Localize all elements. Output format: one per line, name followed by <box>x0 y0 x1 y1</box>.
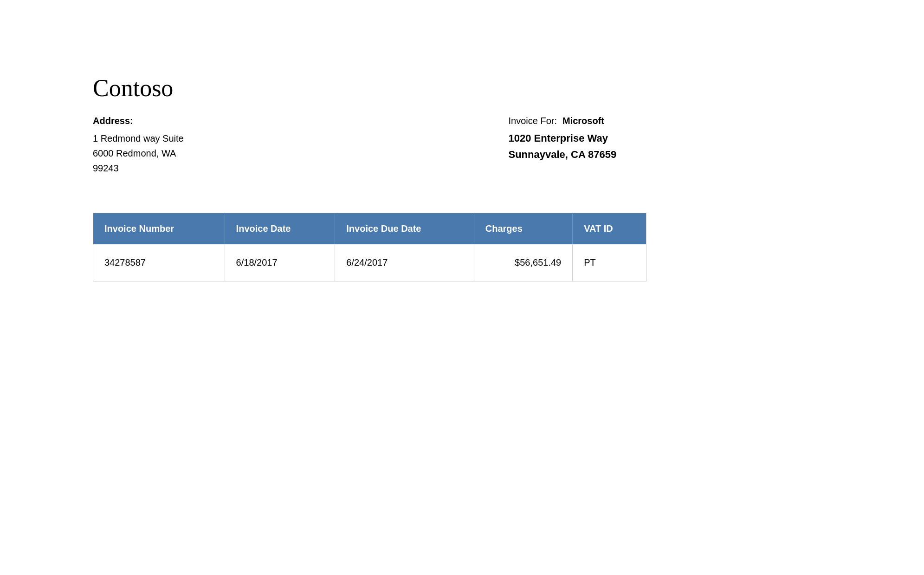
table-section: Invoice Number Invoice Date Invoice Due … <box>93 213 831 281</box>
table-header-row: Invoice Number Invoice Date Invoice Due … <box>93 213 646 245</box>
invoice-for-label: Invoice For: <box>509 116 557 126</box>
sender-address-block: Address: 1 Redmond way Suite 6000 Redmon… <box>93 116 416 176</box>
col-header-vat-id: VAT ID <box>573 213 646 245</box>
page-container: Contoso Address: 1 Redmond way Suite 600… <box>0 0 924 575</box>
invoice-table: Invoice Number Invoice Date Invoice Due … <box>93 213 646 281</box>
cell-invoice-due-date: 6/24/2017 <box>335 244 474 281</box>
col-header-charges: Charges <box>474 213 572 245</box>
col-header-invoice-date: Invoice Date <box>225 213 335 245</box>
sender-address-line3: 99243 <box>93 161 416 176</box>
address-label: Address: <box>93 116 416 126</box>
sender-address-line2: 6000 Redmond, WA <box>93 146 416 161</box>
invoice-for-block: Invoice For: Microsoft 1020 Enterprise W… <box>416 116 832 176</box>
sender-address-line1: 1 Redmond way Suite <box>93 131 416 146</box>
cell-charges: $56,651.49 <box>474 244 572 281</box>
header-section: Address: 1 Redmond way Suite 6000 Redmon… <box>93 116 831 176</box>
col-header-invoice-due-date: Invoice Due Date <box>335 213 474 245</box>
recipient-company-name: Microsoft <box>562 116 604 126</box>
cell-vat-id: PT <box>573 244 646 281</box>
company-name: Contoso <box>93 74 831 102</box>
invoice-for-row: Invoice For: Microsoft <box>509 116 604 126</box>
recipient-address-line2: Sunnayvale, CA 87659 <box>509 146 617 163</box>
cell-invoice-number: 34278587 <box>93 244 225 281</box>
cell-invoice-date: 6/18/2017 <box>225 244 335 281</box>
recipient-address-line1: 1020 Enterprise Way <box>509 130 608 146</box>
table-row: 34278587 6/18/2017 6/24/2017 $56,651.49 … <box>93 244 646 281</box>
col-header-invoice-number: Invoice Number <box>93 213 225 245</box>
